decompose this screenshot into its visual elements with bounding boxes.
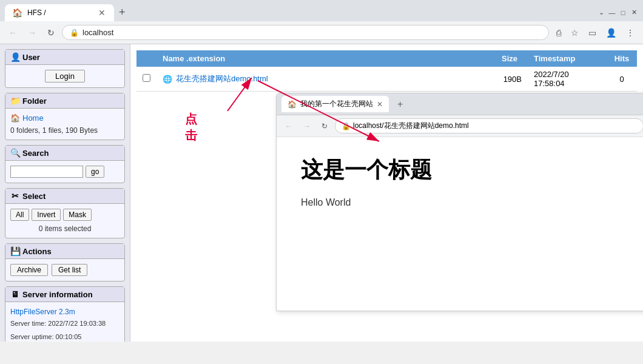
browser-titlebar: 🏠 HFS / ✕ + ⌄ — □ ✕ [0,0,643,21]
address-url: localhost [82,28,541,37]
bookmark-button[interactable]: ☆ [567,25,582,40]
actions-section-title: 💾 Actions [5,244,124,259]
main-content: Name .extension Size Timestamp Hits 🌐 花生… [130,44,643,342]
toolbar-actions: ⎙ ☆ ▭ 👤 ⋮ [553,25,638,40]
server-version-link[interactable]: HttpFileServer 2.3m [10,308,75,316]
embedded-browser-tab[interactable]: 🏠 我的第一个花生壳网站 ✕ [281,96,389,112]
search-section-title: 🔍 Search [5,146,124,161]
row-size-cell: 190B [491,67,528,92]
embedded-new-tab-button[interactable]: + [394,98,406,111]
click-annotation-text: 点击 [185,111,197,144]
folder-section-content: 🏠 Home 0 folders, 1 files, 190 Bytes [5,109,124,140]
login-button[interactable]: Login [45,70,85,83]
menu-button[interactable]: ⋮ [622,25,638,40]
search-input[interactable] [10,166,83,178]
server-icon: 🖥 [10,289,20,299]
search-section-content: go [5,161,124,183]
embedded-refresh-button[interactable]: ↻ [318,120,331,133]
embedded-tab-close-button[interactable]: ✕ [377,100,383,109]
table-row: 🌐 花生壳搭建网站demo.html 190B 2022/7/20 17:58:… [136,67,637,92]
forward-button[interactable]: → [24,25,40,40]
folder-info: 0 folders, 1 files, 190 Bytes [10,126,120,135]
sidebar: 👤 User Login 📁 Folder 🏠 Home 0 folders, … [0,44,130,342]
close-button[interactable]: ✕ [630,8,638,17]
action-buttons: Archive Get list [10,264,120,276]
file-checkbox[interactable] [143,74,150,82]
folder-section-title: 📁 Folder [5,93,124,109]
file-name: 花生壳搭建网站demo.html [176,73,268,84]
scissors-icon: ✂ [10,191,20,201]
embedded-back-button[interactable]: ← [281,120,296,133]
server-info-content: HttpFileServer 2.3m Server time: 2022/7/… [5,302,124,342]
file-table: Name .extension Size Timestamp Hits 🌐 花生… [136,50,637,92]
user-section: 👤 User Login [5,49,125,88]
search-row: go [10,166,120,178]
select-all-button[interactable]: All [10,209,29,221]
folder-section: 📁 Folder 🏠 Home 0 folders, 1 files, 190 … [5,93,125,140]
home-link[interactable]: 🏠 Home [10,113,120,123]
browser-content: 👤 User Login 📁 Folder 🏠 Home 0 folders, … [0,44,643,342]
embedded-page-content: 这是一个标题 Hello World [277,137,643,226]
back-button[interactable]: ← [5,25,21,40]
embedded-lock-icon: 🔒 [342,122,351,130]
minimize-button[interactable]: — [608,8,616,17]
home-icon: 🏠 [10,113,20,123]
tab-close-button[interactable]: ✕ [97,8,107,18]
col-checkbox [136,50,157,67]
row-checkbox-cell [136,67,157,92]
actions-icon: 💾 [10,246,20,256]
select-section-content: All Invert Mask 0 items selected [5,204,124,238]
user-icon: 👤 [10,52,20,62]
file-favicon: 🌐 [163,75,172,84]
file-link[interactable]: 🌐 花生壳搭建网站demo.html [163,73,485,84]
user-section-title: 👤 User [5,50,124,65]
search-section: 🔍 Search go [5,145,125,183]
sidebar-toggle-button[interactable]: ▭ [585,25,600,40]
window-controls: ⌄ — □ ✕ [597,8,638,17]
embedded-browser-window: 🏠 我的第一个花生壳网站 ✕ + ← → ↻ 🔒 localhost/花生壳搭建… [276,93,643,311]
archive-button[interactable]: Archive [10,264,48,276]
share-button[interactable]: ⎙ [553,25,565,40]
embedded-address-bar[interactable]: 🔒 localhost/花生壳搭建网站demo.html [335,118,643,133]
new-tab-button[interactable]: + [114,4,130,21]
folder-icon: 📁 [10,96,20,106]
user-section-content: Login [5,65,124,87]
select-invert-button[interactable]: Invert [32,209,61,221]
select-section-title: ✂ Select [5,189,124,204]
items-selected-label: 0 items selected [10,224,120,233]
embedded-page-body: Hello World [301,197,624,208]
col-name[interactable]: Name .extension [157,50,491,67]
get-list-button[interactable]: Get list [52,264,87,276]
refresh-button[interactable]: ↻ [44,25,58,40]
embedded-address-url: localhost/花生壳搭建网站demo.html [353,121,469,131]
browser-chrome: 🏠 HFS / ✕ + ⌄ — □ ✕ ← → ↻ 🔒 localhost ⎙ … [0,0,643,44]
search-icon: 🔍 [10,148,20,158]
col-size[interactable]: Size [491,50,528,67]
tab-title: HFS / [27,8,92,17]
row-hits-cell: 0 [607,67,637,92]
address-bar[interactable]: 🔒 localhost [62,25,549,40]
embedded-tab-favicon: 🏠 [288,100,297,109]
browser-tab[interactable]: 🏠 HFS / ✕ [5,4,114,21]
search-go-button[interactable]: go [86,166,104,178]
account-button[interactable]: 👤 [602,25,620,40]
server-time: Server time: 2022/7/22 19:03:38 [10,318,120,329]
server-info-section-title: 🖥 Server information [5,287,124,302]
file-table-body: 🌐 花生壳搭建网站demo.html 190B 2022/7/20 17:58:… [136,67,637,92]
maximize-button[interactable]: □ [619,8,627,17]
embedded-browser-toolbar: ← → ↻ 🔒 localhost/花生壳搭建网站demo.html [277,115,643,137]
row-name-cell: 🌐 花生壳搭建网站demo.html [157,67,491,92]
server-uptime: Server uptime: 00:10:05 [10,332,120,342]
file-table-header: Name .extension Size Timestamp Hits [136,50,637,67]
lock-icon: 🔒 [70,29,79,37]
col-hits[interactable]: Hits [607,50,637,67]
col-timestamp[interactable]: Timestamp [528,50,607,67]
row-timestamp-cell: 2022/7/20 17:58:04 [528,67,607,92]
actions-section: 💾 Actions Archive Get list [5,243,125,281]
select-mask-button[interactable]: Mask [63,209,92,221]
embedded-tab-title: 我的第一个花生壳网站 [300,99,373,109]
chevron-down-icon[interactable]: ⌄ [597,8,605,17]
select-section: ✂ Select All Invert Mask 0 items selecte… [5,188,125,238]
embedded-forward-button[interactable]: → [300,120,314,133]
actions-section-content: Archive Get list [5,259,124,281]
